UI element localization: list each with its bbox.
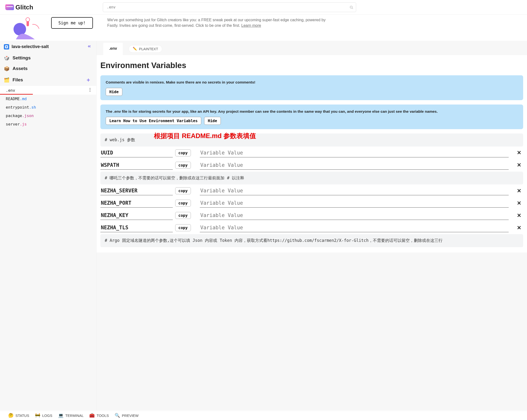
learn-more-link[interactable]: Learn more — [241, 23, 261, 28]
env-var-row: NEZHA_TLScopy✕ — [99, 222, 525, 234]
glitch-logo[interactable]: Glitch — [5, 4, 33, 11]
search-container — [103, 2, 356, 12]
env-var-row: NEZHA_SERVERcopy✕ — [99, 185, 525, 197]
sidebar-item-settings[interactable]: 🎲 Settings — [0, 53, 96, 63]
delete-var-button[interactable]: ✕ — [515, 162, 523, 168]
sidebar: lava-selective-salt 🎲 Settings 📦 Assets … — [0, 41, 97, 410]
page-title: Environment Variables — [99, 60, 525, 75]
env-var-row: NEZHA_PORTcopy✕ — [99, 197, 525, 209]
var-name-input[interactable]: UUID — [100, 148, 173, 157]
gear-icon: 🎲 — [4, 55, 10, 61]
signup-button[interactable]: Sign me up! — [51, 17, 93, 29]
file-ext: .json — [22, 113, 33, 118]
copy-button[interactable]: copy — [175, 162, 191, 169]
copy-button[interactable]: copy — [175, 149, 191, 156]
svg-point-4 — [26, 18, 30, 22]
banner-text: We've got something just for Glitch crea… — [107, 17, 329, 28]
file-row-server[interactable]: server.js — [0, 120, 96, 128]
file-base: server — [6, 122, 20, 126]
main-panel: .env ✏️ PLAINTEXT Environment Variables … — [97, 41, 527, 410]
file-type-badge[interactable]: ✏️ PLAINTEXT — [129, 45, 162, 53]
var-name-input[interactable]: WSPATH — [100, 161, 173, 170]
project-name: lava-selective-salt — [11, 44, 49, 49]
tab-bar: .env ✏️ PLAINTEXT — [103, 41, 527, 55]
tray-icon: 🗂️ — [4, 77, 10, 83]
svg-point-2 — [13, 23, 26, 35]
info-text: Comments are visible in remixes. Make su… — [106, 80, 518, 85]
copy-button[interactable]: copy — [175, 200, 191, 207]
sidebar-item-label: Assets — [12, 66, 28, 71]
file-base: README — [6, 97, 20, 101]
svg-point-6 — [6, 46, 7, 48]
svg-line-1 — [352, 8, 353, 9]
brand-text: Glitch — [15, 4, 33, 11]
info-env-secrets: The .env file is for storing secrets for… — [100, 105, 523, 129]
var-value-input[interactable] — [200, 211, 509, 220]
sidebar-item-label: Settings — [12, 55, 31, 61]
chevron-double-left-icon — [87, 44, 91, 48]
pencil-icon: ✏️ — [133, 47, 137, 51]
env-var-row: UUIDcopy✕ — [99, 147, 525, 159]
add-file-button[interactable]: ＋ — [84, 76, 92, 84]
delete-var-button[interactable]: ✕ — [515, 150, 523, 156]
var-name-input[interactable]: NEZHA_PORT — [100, 199, 173, 208]
sidebar-item-label: Files — [12, 77, 23, 83]
project-icon — [4, 44, 9, 49]
delete-var-button[interactable]: ✕ — [515, 212, 523, 219]
env-var-row: NEZHA_KEYcopy✕ — [99, 210, 525, 221]
copy-button[interactable]: copy — [175, 224, 191, 231]
learn-env-button[interactable]: Learn How to Use Environment Variables — [106, 117, 201, 125]
var-value-input[interactable] — [200, 161, 509, 169]
var-name-input[interactable]: NEZHA_TLS — [100, 223, 173, 232]
search-input[interactable] — [105, 5, 349, 10]
copy-button[interactable]: copy — [175, 212, 191, 219]
top-bar: Glitch — [0, 0, 527, 15]
file-list: .env README.md entrypoint.sh package.jso… — [0, 86, 96, 128]
tab-env[interactable]: .env — [103, 43, 123, 55]
file-row-readme[interactable]: README.md — [0, 95, 96, 103]
comment-block: # web.js 参数 — [100, 133, 523, 146]
hide-button[interactable]: Hide — [106, 88, 122, 96]
delete-var-button[interactable]: ✕ — [515, 200, 523, 206]
file-row-entrypoint[interactable]: entrypoint.sh — [0, 103, 96, 111]
file-row-package[interactable]: package.json — [0, 111, 96, 120]
workspace: lava-selective-salt 🎲 Settings 📦 Assets … — [0, 41, 527, 410]
hide-button[interactable]: Hide — [204, 117, 221, 125]
var-value-input[interactable] — [200, 223, 509, 232]
search-icon — [349, 5, 353, 10]
project-header[interactable]: lava-selective-salt — [0, 41, 96, 53]
file-ext: .js — [20, 122, 27, 126]
file-menu-button[interactable] — [88, 88, 91, 93]
copy-button[interactable]: copy — [175, 187, 191, 194]
svg-point-8 — [89, 89, 90, 90]
search-box[interactable] — [103, 2, 356, 12]
box-icon: 📦 — [4, 66, 10, 71]
var-name-input[interactable]: NEZHA_KEY — [100, 211, 173, 220]
var-value-input[interactable] — [200, 199, 509, 207]
sidebar-item-files[interactable]: 🗂️ Files ＋ — [0, 74, 96, 86]
env-content: Environment Variables Comments are visib… — [97, 55, 527, 253]
file-base: entrypoint — [6, 105, 29, 110]
info-text: The .env file is for storing secrets for… — [106, 109, 518, 114]
file-base: package — [6, 113, 22, 118]
comment-block: # 哪吒三个参数，不需要的话可以留空，删除或在这三行最前面加 # 以注释 — [100, 172, 523, 185]
svg-point-7 — [89, 88, 90, 88]
info-comments-visible: Comments are visible in remixes. Make su… — [100, 75, 523, 100]
svg-point-0 — [350, 6, 352, 8]
badge-label: PLAINTEXT — [139, 47, 158, 51]
file-name: .env — [6, 88, 15, 93]
var-value-input[interactable] — [200, 186, 509, 195]
dots-vertical-icon — [89, 88, 90, 92]
delete-var-button[interactable]: ✕ — [515, 188, 523, 194]
file-ext: .sh — [29, 105, 36, 110]
promo-banner: Sign me up! We've got something just for… — [0, 15, 527, 39]
sidebar-item-assets[interactable]: 📦 Assets — [0, 63, 96, 74]
var-name-input[interactable]: NEZHA_SERVER — [100, 186, 173, 195]
var-value-input[interactable] — [200, 148, 509, 157]
svg-point-9 — [89, 91, 90, 91]
file-ext: .md — [20, 97, 27, 101]
collapse-sidebar-button[interactable] — [86, 43, 92, 50]
file-row-env[interactable]: .env — [0, 86, 96, 95]
delete-var-button[interactable]: ✕ — [515, 225, 523, 231]
env-var-row: WSPATHcopy✕ — [99, 159, 525, 171]
